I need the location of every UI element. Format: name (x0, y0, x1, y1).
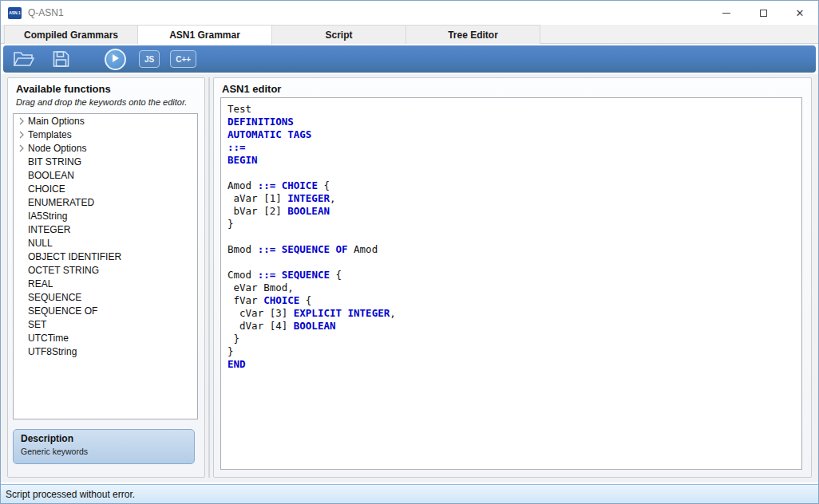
status-text: Script processed without error. (6, 489, 135, 500)
code-line: eVar Bmod, (228, 282, 795, 294)
panel-splitter[interactable] (208, 77, 210, 478)
tree-item-object-identifier[interactable]: OBJECT IDENTIFIER (14, 250, 197, 263)
tree-item-label: SEQUENCE (28, 292, 81, 303)
play-icon (111, 53, 120, 65)
code-line: Bmod ::= SEQUENCE OF Amod (228, 243, 795, 256)
app-window: ASN.1 Q-ASN1 ✕ Compiled GrammarsASN1 Gra… (0, 0, 819, 504)
available-functions-panel: Available functions Drag and drop the ke… (7, 77, 205, 478)
code-line (228, 230, 795, 243)
code-line: fVar CHOICE { (228, 294, 795, 307)
code-line: bVar [2] BOOLEAN (228, 205, 795, 218)
main-area: Available functions Drag and drop the ke… (1, 74, 818, 482)
code-line: ::= (228, 141, 795, 154)
code-line: dVar [4] BOOLEAN (228, 320, 795, 333)
code-line: Cmod ::= SEQUENCE { (228, 269, 795, 282)
tree-item-real[interactable]: REAL (14, 277, 197, 290)
tree-item-label: BIT STRING (28, 156, 81, 167)
code-line: aVar [1] INTEGER, (228, 192, 795, 205)
chevron-right-icon[interactable] (18, 117, 28, 125)
code-line: Test (228, 103, 795, 116)
tree-item-label: UTF8String (28, 346, 77, 357)
maximize-icon (760, 10, 767, 17)
tab-tree-editor[interactable]: Tree Editor (406, 25, 540, 44)
tab-asn1-grammar[interactable]: ASN1 Grammar (138, 25, 272, 45)
description-title: Description (21, 433, 187, 444)
tree-item-main-options[interactable]: Main Options (14, 114, 197, 128)
code-line (228, 167, 795, 179)
tree-item-utf8string[interactable]: UTF8String (14, 345, 197, 358)
tree-item-integer[interactable]: INTEGER (14, 222, 197, 236)
tree-item-label: INTEGER (28, 224, 70, 235)
minimize-button[interactable] (708, 1, 745, 25)
tree-item-enumerated[interactable]: ENUMERATED (14, 195, 197, 209)
export-cpp-button[interactable]: C++ (170, 50, 196, 68)
tree-item-null[interactable]: NULL (14, 236, 197, 250)
tree-item-sequence[interactable]: SEQUENCE (14, 290, 197, 304)
chevron-right-icon[interactable] (18, 131, 28, 139)
tree-item-label: OCTET STRING (28, 265, 99, 276)
code-line: AUTOMATIC TAGS (228, 128, 795, 141)
tree-item-label: BOOLEAN (28, 170, 74, 181)
code-line: Amod ::= CHOICE { (228, 179, 795, 192)
tree-item-choice[interactable]: CHOICE (14, 182, 197, 195)
tree-item-label: REAL (28, 278, 53, 289)
toolbar-wrap: JS C++ (1, 45, 818, 74)
code-line (228, 256, 795, 269)
tree-item-label: CHOICE (28, 183, 65, 195)
window-controls: ✕ (708, 1, 818, 25)
toolbar: JS C++ (3, 45, 816, 73)
code-line: } (228, 218, 795, 230)
folder-open-icon (13, 49, 35, 69)
tree-item-set[interactable]: SET (14, 317, 197, 331)
tree-item-bit-string[interactable]: BIT STRING (14, 155, 197, 168)
asn1-editor[interactable]: TestDEFINITIONSAUTOMATIC TAGS::=BEGIN Am… (220, 97, 802, 470)
tree-item-templates[interactable]: Templates (14, 128, 197, 141)
tree-item-label: Templates (28, 129, 72, 140)
tree-item-label: ENUMERATED (28, 197, 94, 208)
tree-item-label: Node Options (28, 143, 86, 154)
status-bar: Script processed without error. (1, 484, 818, 503)
tree-item-label: IA5String (28, 211, 67, 222)
code-line: cVar [3] EXPLICIT INTEGER, (228, 307, 795, 320)
window-title: Q-ASN1 (28, 7, 64, 18)
run-button[interactable] (105, 49, 126, 70)
description-text: Generic keywords (21, 447, 187, 456)
open-file-button[interactable] (10, 48, 38, 70)
save-button[interactable] (48, 48, 74, 70)
minimize-icon (722, 13, 730, 14)
tree-item-label: Main Options (28, 116, 85, 127)
code-line: BEGIN (228, 154, 795, 167)
keyword-tree: Main OptionsTemplatesNode OptionsBIT STR… (13, 113, 198, 419)
code-line: DEFINITIONS (228, 116, 795, 128)
app-icon: ASN.1 (8, 7, 22, 19)
title-bar: ASN.1 Q-ASN1 ✕ (1, 1, 818, 25)
code-line: END (228, 358, 795, 371)
maximize-button[interactable] (745, 1, 781, 25)
tab-bar: Compiled GrammarsASN1 GrammarScriptTree … (1, 25, 818, 44)
tree-item-boolean[interactable]: BOOLEAN (14, 168, 197, 182)
code-line: } (228, 345, 795, 358)
editor-panel: ASN1 editor TestDEFINITIONSAUTOMATIC TAG… (213, 77, 812, 478)
close-button[interactable]: ✕ (781, 1, 818, 25)
sidebar-title: Available functions (8, 78, 204, 96)
code-line: } (228, 333, 795, 345)
sidebar-hint: Drag and drop the keywords onto the edit… (8, 96, 204, 110)
tree-item-sequence-of[interactable]: SEQUENCE OF (14, 304, 197, 317)
tree-item-label: SET (28, 319, 46, 330)
tree-item-ia5string[interactable]: IA5String (14, 209, 197, 222)
chevron-right-icon[interactable] (18, 144, 28, 152)
tree-item-label: UTCTime (28, 333, 69, 344)
tab-compiled-grammars[interactable]: Compiled Grammars (4, 25, 138, 44)
tree-item-utctime[interactable]: UTCTime (14, 331, 197, 345)
tree-item-label: SEQUENCE OF (28, 305, 97, 317)
close-icon: ✕ (796, 7, 805, 19)
tree-item-node-options[interactable]: Node Options (14, 141, 197, 155)
editor-title: ASN1 editor (214, 78, 811, 96)
description-box: Description Generic keywords (13, 429, 195, 464)
tree-item-label: NULL (28, 238, 53, 249)
save-floppy-icon (51, 49, 71, 69)
tree-item-label: OBJECT IDENTIFIER (28, 251, 121, 262)
export-js-button[interactable]: JS (139, 50, 160, 68)
tab-script[interactable]: Script (272, 25, 406, 44)
tree-item-octet-string[interactable]: OCTET STRING (14, 263, 197, 277)
